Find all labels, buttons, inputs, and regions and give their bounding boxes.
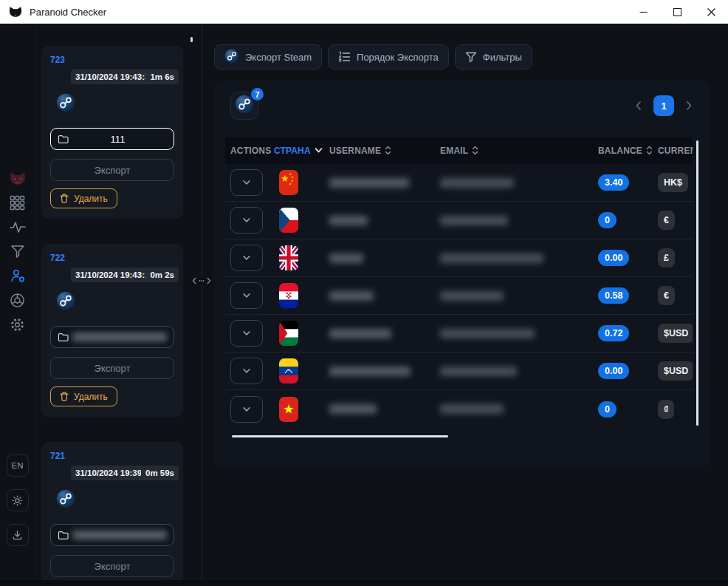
- sort-icon: [646, 146, 653, 155]
- expand-row-button[interactable]: [230, 358, 263, 384]
- expand-row-button[interactable]: [230, 169, 263, 196]
- folder-name-value: 111: [69, 134, 167, 145]
- account-row: 0 ₫: [225, 390, 693, 428]
- filters-button[interactable]: Фильтры: [455, 44, 532, 69]
- vertical-scrollbar-thumb[interactable]: [696, 140, 698, 426]
- task-time-badge: 31/10/2024 19:39:44 0m 59s: [71, 466, 179, 480]
- column-header-username[interactable]: USERNAME: [323, 146, 434, 156]
- redacted-username: [329, 253, 363, 263]
- pagination: 1: [633, 95, 694, 116]
- theme-sun-icon[interactable]: [7, 489, 29, 511]
- steam-count-badge: 7: [251, 88, 264, 100]
- flag-cz-icon: [279, 208, 298, 233]
- delete-label: Удалить: [74, 392, 108, 402]
- filter-funnel-icon: [465, 52, 477, 63]
- panel-header: 7 1: [214, 81, 710, 120]
- export-button[interactable]: Экспорт: [50, 357, 174, 379]
- column-header-actions: ACTIONS: [225, 146, 268, 156]
- page-prev-icon[interactable]: [633, 100, 643, 111]
- steam-icon: [56, 489, 75, 508]
- maximize-button[interactable]: [660, 0, 694, 24]
- titlebar: Paranoid Checker: [0, 0, 728, 24]
- flag-ps-icon: [279, 321, 298, 346]
- steam-icon: [56, 291, 75, 310]
- accounts-panel: 7 1 ACTIONSСТРАНАUSERNAMEEMAILBALANCECUR…: [214, 81, 710, 467]
- export-steam-button[interactable]: Экспорт Steam: [214, 44, 322, 69]
- export-button[interactable]: Экспорт: [50, 555, 174, 577]
- expand-row-button[interactable]: [230, 282, 263, 309]
- steam-tab[interactable]: 7: [230, 92, 258, 120]
- delete-button[interactable]: Удалить: [50, 386, 117, 406]
- horizontal-scrollbar-thumb[interactable]: [232, 435, 448, 437]
- export-button[interactable]: Экспорт: [50, 159, 174, 181]
- cat-logo-icon[interactable]: [8, 168, 27, 188]
- currency-badge: $USD: [658, 324, 693, 343]
- sort-desc-icon: [315, 148, 323, 153]
- currency-badge: ₫: [658, 400, 674, 419]
- currency-badge: €: [658, 211, 675, 230]
- task-id: 722: [50, 253, 174, 263]
- column-label: EMAIL: [440, 146, 468, 156]
- account-row: 0 €: [225, 202, 693, 239]
- currency-badge: €: [658, 286, 675, 305]
- folder-name-input[interactable]: 111: [50, 128, 174, 150]
- balance-badge: 0: [598, 212, 617, 228]
- flag-vn-icon: [279, 397, 298, 422]
- settings-gear-icon[interactable]: [8, 315, 27, 334]
- activity-icon[interactable]: [8, 217, 27, 236]
- expand-row-button[interactable]: [230, 207, 263, 234]
- task-datetime: 31/10/2024 19:43:30: [75, 72, 145, 81]
- delete-button[interactable]: Удалить: [50, 188, 117, 208]
- redacted-email: [440, 216, 508, 225]
- rail-bottom: EN: [7, 454, 29, 546]
- task-time-badge: 31/10/2024 19:43:10 0m 2s: [71, 268, 179, 282]
- redacted-email: [440, 178, 514, 188]
- window-bottom-strip: [0, 580, 728, 586]
- download-icon[interactable]: [7, 524, 29, 546]
- currency-badge: £: [658, 248, 675, 268]
- delete-label: Удалить: [74, 194, 108, 204]
- redacted-email: [440, 253, 543, 263]
- expand-row-button[interactable]: [230, 245, 263, 271]
- flag-gb-icon: [279, 245, 298, 270]
- redacted-username: [329, 178, 409, 188]
- toolbar: Экспорт Steam Порядок Экспорта Фильтры: [214, 44, 728, 69]
- expand-row-button[interactable]: [230, 396, 263, 423]
- filter-icon[interactable]: [8, 242, 27, 261]
- main-content: Экспорт Steam Порядок Экспорта Фильтры: [202, 24, 728, 580]
- users-gear-icon[interactable]: [8, 266, 27, 285]
- task-datetime: 31/10/2024 19:39:44: [75, 469, 141, 477]
- column-header-currency[interactable]: CURRENCY: [658, 146, 693, 156]
- page-next-icon[interactable]: [684, 100, 694, 111]
- language-button[interactable]: EN: [7, 454, 29, 477]
- export-order-button[interactable]: Порядок Экспорта: [328, 44, 449, 69]
- folder-icon: [58, 333, 69, 342]
- account-row: 0.72 $USD: [225, 315, 693, 352]
- redacted-email: [440, 329, 535, 338]
- column-header-country[interactable]: СТРАНА: [268, 146, 323, 156]
- account-row: 3.40 HK$: [225, 164, 693, 202]
- currency-badge: $USD: [658, 361, 693, 381]
- folder-name-input[interactable]: [50, 326, 174, 348]
- window-title: Paranoid Checker: [30, 7, 106, 18]
- minimize-button[interactable]: [626, 0, 660, 24]
- steam-icon: [56, 93, 75, 112]
- folder-name-input[interactable]: [50, 524, 174, 546]
- task-card: 723 31/10/2024 19:43:30 1m 6s 111 Экспор…: [41, 46, 183, 219]
- tasks-panel: 723 31/10/2024 19:43:30 1m 6s 111 Экспор…: [35, 24, 202, 580]
- expand-row-button[interactable]: [230, 320, 263, 347]
- nav-rail: EN: [0, 24, 35, 580]
- page-current-button[interactable]: 1: [653, 95, 674, 116]
- redacted-folder-name: [72, 333, 167, 341]
- account-row: 0.00 $USD: [225, 352, 693, 390]
- redacted-email: [440, 404, 504, 414]
- browser-icon[interactable]: [8, 290, 27, 310]
- grid-icon[interactable]: [8, 193, 27, 212]
- close-button[interactable]: [694, 0, 728, 24]
- redacted-username: [329, 216, 368, 225]
- balance-badge: 0.58: [598, 287, 629, 304]
- cards-scrollbar-thumb[interactable]: [190, 37, 193, 42]
- column-header-balance[interactable]: BALANCE: [593, 146, 658, 156]
- column-header-email[interactable]: EMAIL: [434, 146, 593, 156]
- column-label: ACTIONS: [230, 146, 271, 156]
